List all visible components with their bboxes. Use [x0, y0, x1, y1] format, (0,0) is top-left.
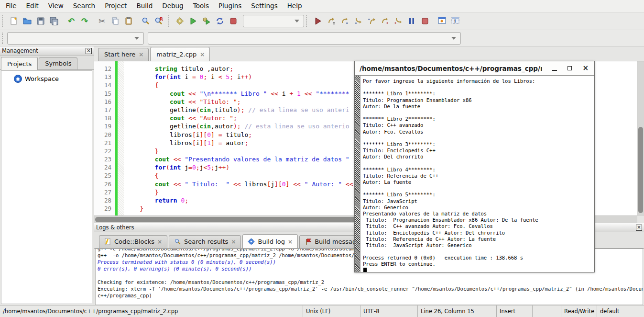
- paste-icon: [124, 16, 133, 26]
- close-icon[interactable]: ×: [157, 239, 162, 245]
- secondary-toolbar: [0, 30, 644, 46]
- menu-edit[interactable]: Edit: [22, 0, 44, 12]
- tab-start-here[interactable]: Start here ×: [98, 48, 149, 61]
- close-icon: ×: [87, 48, 90, 53]
- close-icon[interactable]: ×: [288, 239, 293, 245]
- break-debugger-button[interactable]: [405, 15, 418, 27]
- redo-button[interactable]: ↷: [78, 15, 91, 27]
- management-close-button[interactable]: ×: [86, 48, 92, 54]
- status-insert-mode: Insert: [497, 306, 533, 317]
- toolbar-grip[interactable]: [168, 15, 170, 27]
- replace-button[interactable]: R: [153, 15, 165, 27]
- save-button[interactable]: [34, 15, 47, 27]
- copy-button[interactable]: [109, 15, 121, 27]
- compiler-combo[interactable]: [7, 32, 144, 45]
- toolbar-grip[interactable]: [2, 15, 4, 27]
- menu-project[interactable]: Project: [100, 0, 131, 12]
- toolbar-grip[interactable]: [306, 15, 308, 27]
- close-icon[interactable]: ×: [139, 52, 143, 57]
- close-icon: ×: [582, 65, 589, 71]
- stop-debugger-button[interactable]: [419, 15, 431, 27]
- run-icon: [188, 16, 198, 26]
- debugging-windows-button[interactable]: [436, 15, 448, 27]
- undo-button[interactable]: ↶: [65, 15, 77, 27]
- tree-item-label: Workspace: [25, 75, 59, 82]
- management-title: Management: [2, 47, 86, 54]
- menu-help[interactable]: Help: [283, 0, 307, 12]
- tab-label: matriz_2.cpp: [156, 51, 196, 58]
- cut-button[interactable]: ✂: [96, 15, 108, 27]
- tab-projects[interactable]: Projects: [1, 57, 38, 70]
- chevron-down-icon: [134, 37, 139, 40]
- menu-search[interactable]: Search: [68, 0, 100, 12]
- pause-icon: [407, 16, 416, 26]
- step-out-button[interactable]: [365, 15, 378, 27]
- menu-tools[interactable]: Tools: [188, 0, 214, 12]
- tab-matriz-2-cpp[interactable]: matriz_2.cpp ×: [150, 47, 210, 61]
- build-button[interactable]: [174, 15, 186, 27]
- run-button[interactable]: [187, 15, 199, 27]
- build-run-icon: [202, 16, 211, 26]
- step-into-button[interactable]: [352, 15, 364, 27]
- abort-button[interactable]: [227, 15, 240, 27]
- tab-codeblocks-log[interactable]: Code::Blocks ×: [99, 235, 167, 248]
- next-instruction-button[interactable]: [379, 15, 391, 27]
- new-file-icon: [9, 16, 19, 26]
- tab-label: Code::Blocks: [114, 238, 154, 245]
- management-panel: Management × Projects Symbols Workspace: [0, 46, 94, 305]
- rebuild-icon: [215, 16, 225, 26]
- svg-text:R: R: [160, 17, 163, 22]
- new-file-button[interactable]: [8, 15, 20, 27]
- close-icon[interactable]: ×: [231, 239, 236, 245]
- scrollbar-thumb[interactable]: [638, 127, 643, 213]
- rebuild-button[interactable]: [214, 15, 226, 27]
- status-bar: /home/msantos/Documentos/c++/programas_c…: [0, 305, 644, 317]
- debug-continue-icon: [313, 16, 323, 26]
- run-to-cursor-button[interactable]: [325, 15, 338, 27]
- find-button[interactable]: [140, 15, 152, 27]
- status-file-path: /home/msantos/Documentos/c++/programas_c…: [0, 306, 303, 317]
- editor-tab-bar: Start here × matriz_2.cpp ×: [94, 46, 644, 61]
- menu-file[interactable]: File: [1, 0, 22, 12]
- fold-margin: [118, 61, 124, 216]
- editor-vertical-scrollbar[interactable]: [637, 61, 644, 216]
- paste-button[interactable]: [122, 15, 135, 27]
- projects-tree[interactable]: Workspace: [1, 70, 92, 304]
- menu-view[interactable]: View: [44, 0, 68, 12]
- tab-search-results[interactable]: Search results ×: [169, 235, 241, 248]
- step-into-instruction-button[interactable]: [392, 15, 404, 27]
- various-info-button[interactable]: i: [449, 15, 462, 27]
- console-title-bar[interactable]: /home/msantos/Documentos/c++/programas_c…: [355, 61, 594, 76]
- tab-symbols[interactable]: Symbols: [39, 57, 77, 69]
- console-scrollbar[interactable]: [355, 76, 360, 272]
- build-target-combo[interactable]: [243, 15, 304, 27]
- console-title: /home/msantos/Documentos/c++/programas_c…: [360, 65, 542, 72]
- tab-build-log[interactable]: Build log ×: [242, 234, 298, 248]
- management-caption: Management ×: [0, 46, 94, 56]
- tab-label: Build log: [258, 238, 285, 245]
- minimize-button[interactable]: [552, 66, 557, 71]
- next-line-icon: [340, 16, 349, 26]
- toolbar-grip[interactable]: [2, 33, 4, 44]
- save-all-button[interactable]: [48, 15, 60, 27]
- open-file-button[interactable]: [21, 15, 33, 27]
- menu-debug[interactable]: Debug: [157, 0, 188, 12]
- menu-settings[interactable]: Settings: [246, 0, 282, 12]
- status-caret-position: Line 26, Column 15: [418, 306, 497, 317]
- menu-build[interactable]: Build: [131, 0, 157, 12]
- logs-close-button[interactable]: ×: [636, 225, 642, 231]
- menu-plugins[interactable]: Plugins: [214, 0, 246, 12]
- console-output[interactable]: Por favor ingrese la siguiente informaci…: [360, 76, 594, 272]
- console-window: /home/msantos/Documentos/c++/programas_c…: [354, 61, 595, 272]
- status-extra: [533, 306, 561, 317]
- debug-continue-button[interactable]: [312, 15, 324, 27]
- tree-item-workspace[interactable]: Workspace: [1, 71, 92, 83]
- find-icon: [141, 16, 151, 26]
- replace-icon: R: [154, 16, 164, 26]
- maximize-button[interactable]: [568, 66, 572, 70]
- close-button[interactable]: ×: [582, 65, 589, 71]
- close-icon[interactable]: ×: [200, 52, 205, 57]
- code-completion-combo[interactable]: [148, 32, 461, 45]
- next-line-button[interactable]: [338, 15, 351, 27]
- build-and-run-button[interactable]: [200, 15, 213, 27]
